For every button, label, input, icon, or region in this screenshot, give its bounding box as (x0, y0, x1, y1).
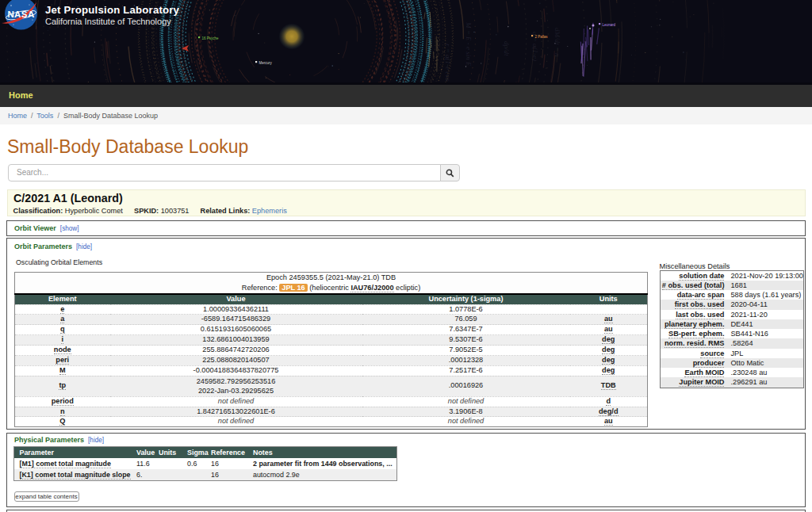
svg-text:16 Psyche: 16 Psyche (202, 36, 220, 40)
svg-text:Mercury: Mercury (259, 61, 273, 65)
svg-text:2 Pallas: 2 Pallas (535, 35, 549, 39)
svg-text:NASA: NASA (7, 10, 34, 19)
svg-text:Leonard: Leonard (603, 23, 616, 27)
